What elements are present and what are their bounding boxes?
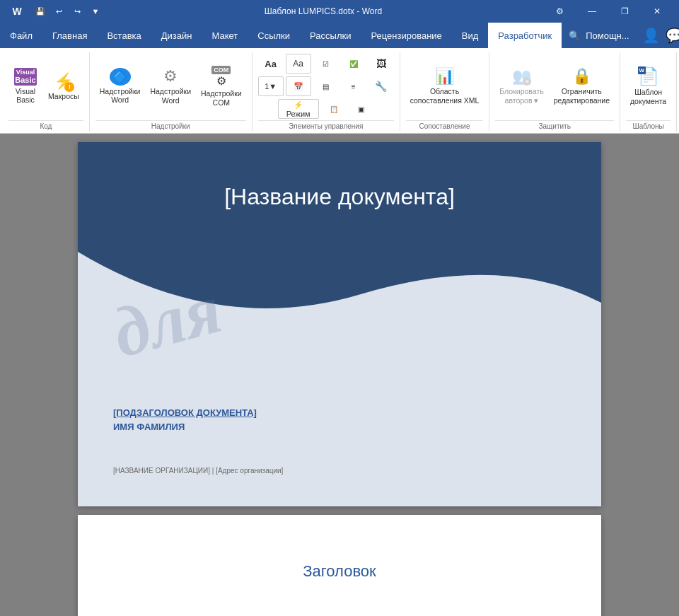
user-icon[interactable]: 👤 xyxy=(642,27,660,44)
addins-com2-button[interactable]: COM ⚙ НадстройкиCOM xyxy=(197,65,246,107)
ctrl-picture-btn[interactable]: 🖼 xyxy=(368,54,394,74)
ribbon-group-protect: 👥 ✕ Блокироватьавторов ▾ 🔒 Ограничитьред… xyxy=(489,52,620,132)
addins-com2-icon-wrap: COM ⚙ xyxy=(211,66,231,88)
restore-button[interactable]: ❐ xyxy=(608,0,641,23)
second-page-heading[interactable]: Заголовок xyxy=(303,562,376,581)
close-button[interactable]: ✕ xyxy=(641,0,673,23)
ribbon-group-addins: 🔷 НадстройкиWord ⚙ НадстройкиWord COM ⚙ … xyxy=(90,52,253,132)
doc-template-label: Шаблондокумента xyxy=(630,88,666,105)
cover-body: для [ПОДЗАГОЛОВОК ДОКУМЕНТА] ИМЯ ФАМИЛИЯ… xyxy=(78,252,601,506)
ctrl-prop-btn[interactable]: 📋 xyxy=(321,99,347,119)
warn-badge: ! xyxy=(64,82,74,92)
controls-row2: 1▼ 📅 ▤ ≡ 🔧 xyxy=(258,76,394,96)
menu-layout[interactable]: Макет xyxy=(202,23,248,48)
macros-button[interactable]: ⚡ ! Макросы xyxy=(44,65,83,107)
ribbon-group-mapping-items: 📊 Областьсопоставления XML xyxy=(406,54,484,119)
document-area: [Название документа] для [ПОДЗАГОЛОВОК Д… xyxy=(0,134,679,616)
menu-file[interactable]: Файл xyxy=(0,23,42,48)
menu-references[interactable]: Ссылки xyxy=(248,23,300,48)
customize-qa-button[interactable]: ▼ xyxy=(88,4,103,19)
ctrl-list-btn[interactable]: ≡ xyxy=(341,76,366,96)
ribbon-group-mapping: 📊 Областьсопоставления XML Сопоставление xyxy=(400,52,490,132)
ctrl-check1-btn[interactable]: ☑ xyxy=(313,54,339,74)
ctrl-design-btn[interactable]: ⚡ Режим xyxy=(278,99,319,119)
addins-com2-label: НадстройкиCOM xyxy=(201,89,242,107)
protect-group-label: Защитить xyxy=(495,120,614,130)
xml-mapping-button[interactable]: 📊 Областьсопоставления XML xyxy=(406,65,484,107)
addins-com-label: НадстройкиWord xyxy=(150,87,191,105)
xml-mapping-icon: 📊 xyxy=(435,67,454,86)
ctrl-date-btn[interactable]: 📅 xyxy=(286,76,311,96)
ctrl-check2-btn[interactable]: ✅ xyxy=(341,54,366,74)
controls-row3: ⚡ Режим 📋 ▣ xyxy=(278,99,374,119)
ribbon: Visual Basic VisualBasic ⚡ ! Макросы Код xyxy=(0,48,679,134)
ribbon-group-controls-items: Aa Aa ☑ ✅ 🖼 1▼ 📅 ▤ ≡ 🔧 ⚡ Режим 📋 ▣ xyxy=(258,54,394,119)
addins-word-label: НадстройкиWord xyxy=(100,87,141,105)
ribbon-group-code-items: Visual Basic VisualBasic ⚡ ! Макросы xyxy=(8,54,83,119)
visual-basic-button[interactable]: Visual Basic VisualBasic xyxy=(8,65,42,107)
second-page: Заголовок xyxy=(78,515,601,616)
vb-icon: Visual Basic xyxy=(14,68,37,86)
restrict-edit-button[interactable]: 🔒 Ограничитьредактирование xyxy=(550,65,614,107)
menu-mailings[interactable]: Рассылки xyxy=(300,23,361,48)
vb-label: VisualBasic xyxy=(16,87,35,105)
ribbon-group-templates-items: 📄 W Шаблондокумента xyxy=(626,54,671,119)
menu-developer[interactable]: Разработчик xyxy=(488,23,562,48)
doc-template-button[interactable]: 📄 W Шаблондокумента xyxy=(626,65,671,107)
ctrl-text-btn[interactable]: Aa xyxy=(258,54,284,74)
ctrl-combo-btn[interactable]: ▤ xyxy=(313,76,339,96)
title-bar: W 💾 ↩ ↪ ▼ Шаблон LUMPICS.dotx - Word ⚙ —… xyxy=(0,0,679,23)
templates-group-label: Шаблоны xyxy=(626,120,671,130)
options-button[interactable]: ⚙ xyxy=(543,0,576,23)
menu-review[interactable]: Рецензирование xyxy=(361,23,451,48)
menu-help[interactable]: 🔍 Помощн... xyxy=(562,23,636,48)
menu-design[interactable]: Дизайн xyxy=(151,23,202,48)
title-bar-left: W 💾 ↩ ↪ ▼ xyxy=(6,0,103,23)
menu-home[interactable]: Главная xyxy=(42,23,97,48)
macros-label: Макросы xyxy=(48,92,79,101)
cover-title[interactable]: [Название документа] xyxy=(196,184,483,210)
user-controls: 👤 💬 xyxy=(637,23,679,48)
redo-button[interactable]: ↪ xyxy=(69,4,85,19)
ctrl-group-btn[interactable]: ▣ xyxy=(349,99,374,119)
addins-com-icon: ⚙ xyxy=(163,67,178,86)
ribbon-group-controls: Aa Aa ☑ ✅ 🖼 1▼ 📅 ▤ ≡ 🔧 ⚡ Режим 📋 ▣ xyxy=(253,52,400,132)
ctrl-html-btn[interactable]: 🔧 xyxy=(368,76,394,96)
addins-word-icon: 🔷 xyxy=(110,68,131,86)
quick-access-toolbar: 💾 ↩ ↪ ▼ xyxy=(33,4,103,19)
restrict-edit-label: Ограничитьредактирование xyxy=(554,87,610,105)
ribbon-group-protect-items: 👥 ✕ Блокироватьавторов ▾ 🔒 Ограничитьред… xyxy=(495,54,614,119)
cover-subtitle[interactable]: [ПОДЗАГОЛОВОК ДОКУМЕНТА] xyxy=(113,407,257,418)
ctrl-text2-btn[interactable]: Aa xyxy=(286,54,311,74)
doc-template-icon-wrap: 📄 W xyxy=(638,66,659,86)
save-button[interactable]: 💾 xyxy=(33,4,48,19)
block-authors-button[interactable]: 👥 ✕ Блокироватьавторов ▾ xyxy=(495,65,547,107)
addins-word-button[interactable]: 🔷 НадстройкиWord xyxy=(95,65,145,107)
comment-icon[interactable]: 💬 xyxy=(666,27,679,44)
window-title: Шаблон LUMPICS.dotx - Word xyxy=(103,6,543,16)
code-group-label: Код xyxy=(8,120,83,130)
word-badge: W xyxy=(638,66,646,74)
controls-row1: Aa Aa ☑ ✅ 🖼 xyxy=(258,54,394,74)
block-authors-label: Блокироватьавторов ▾ xyxy=(499,87,543,105)
ribbon-content: Visual Basic VisualBasic ⚡ ! Макросы Код xyxy=(0,51,679,133)
cover-author[interactable]: ИМЯ ФАМИЛИЯ xyxy=(113,422,185,432)
cover-header: [Название документа] xyxy=(78,142,601,252)
app-icon: W xyxy=(6,0,28,23)
window-controls: ⚙ — ❐ ✕ xyxy=(543,0,673,23)
menu-bar: Файл Главная Вставка Дизайн Макет Ссылки… xyxy=(0,23,679,48)
addins-com-button[interactable]: ⚙ НадстройкиWord xyxy=(146,65,195,107)
xml-mapping-label: Областьсопоставления XML xyxy=(410,87,480,105)
addins-com2-gear: ⚙ xyxy=(216,74,226,88)
minimize-button[interactable]: — xyxy=(576,0,608,23)
mapping-group-label: Сопоставление xyxy=(406,120,484,130)
macro-icon: ⚡ ! xyxy=(54,72,73,91)
cover-page: [Название документа] для [ПОДЗАГОЛОВОК Д… xyxy=(78,142,601,506)
restrict-edit-icon: 🔒 xyxy=(572,67,591,86)
ctrl-num-btn[interactable]: 1▼ xyxy=(258,76,284,96)
undo-button[interactable]: ↩ xyxy=(51,4,66,19)
cover-org[interactable]: [НАЗВАНИЕ ОРГАНИЗАЦИИ] | [Адрес организа… xyxy=(113,467,283,475)
menu-insert[interactable]: Вставка xyxy=(97,23,151,48)
menu-view[interactable]: Вид xyxy=(452,23,489,48)
addins-group-label: Надстройки xyxy=(95,120,246,130)
